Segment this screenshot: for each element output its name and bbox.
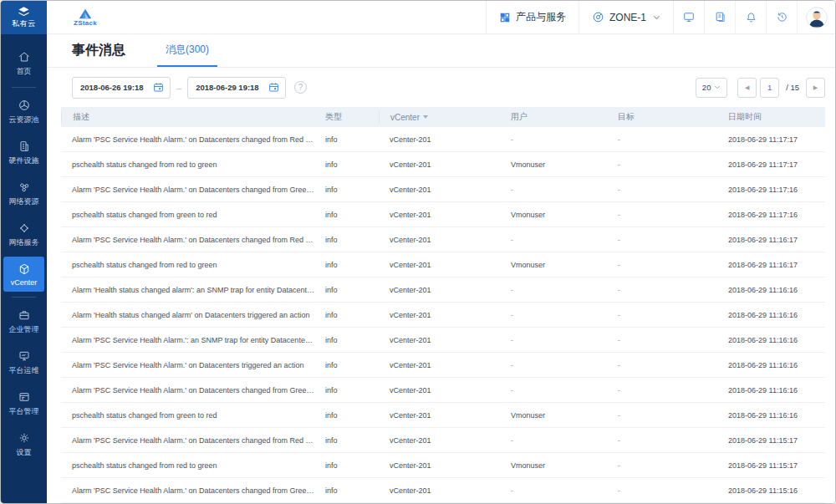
sidebar-item-cloud-pool[interactable]: 云资源池	[3, 93, 44, 130]
cell-description: Alarm 'PSC Service Health Alarm.' on Dat…	[61, 436, 314, 445]
cell-user: -	[500, 236, 607, 244]
cell-type: info	[314, 135, 379, 144]
table-row[interactable]: Alarm 'PSC Service Health Alarm.' on Dat…	[61, 177, 825, 202]
column-header-vcenter[interactable]: vCenter	[379, 111, 500, 123]
table-row[interactable]: Alarm 'PSC Service Health Alarm.' on Dat…	[61, 353, 825, 378]
cell-vcenter: vCenter-201	[379, 286, 500, 294]
total-pages-label: / 15	[786, 83, 799, 92]
table-row[interactable]: Alarm 'Health status changed alarm' on D…	[61, 303, 825, 328]
cell-type: info	[314, 311, 379, 319]
date-from-input[interactable]: 2018-06-26 19:18	[72, 77, 171, 99]
date-to-input[interactable]: 2018-06-29 19:18	[187, 77, 286, 99]
cell-datetime: 2018-06-29 11:16:16	[717, 411, 825, 420]
notifications-button[interactable]	[735, 1, 766, 33]
cell-description: Alarm 'PSC Service Health Alarm.' on Dat…	[61, 386, 314, 395]
current-page-input[interactable]: 1	[760, 78, 779, 98]
cell-vcenter: vCenter-201	[379, 236, 500, 244]
zstack-logo[interactable]: ZStack	[74, 8, 97, 27]
sidebar-item-vcenter[interactable]: vCenter	[3, 257, 44, 292]
cell-vcenter: vCenter-201	[379, 135, 500, 144]
products-services-menu[interactable]: 产品与服务	[486, 1, 579, 33]
sidebar-item-home[interactable]: 首页	[3, 44, 44, 82]
table-row[interactable]: Alarm 'PSC Service Health Alarm.': an SN…	[61, 328, 825, 353]
sidebar-item-settings[interactable]: 设置	[3, 425, 44, 463]
table-row[interactable]: pschealth status changed from green to r…	[61, 202, 825, 227]
tab-messages-label: 消息(300)	[166, 43, 209, 57]
next-page-button[interactable]: ▶	[806, 78, 825, 98]
cell-user: Vmonuser	[500, 160, 607, 169]
private-cloud-logo[interactable]: 私有云	[1, 1, 47, 34]
table-row[interactable]: Alarm 'PSC Service Health Alarm.' on Dat…	[61, 227, 825, 252]
settings-gear-icon	[18, 431, 31, 445]
cell-type: info	[314, 160, 379, 169]
cell-user: -	[500, 361, 607, 369]
header-actions: 产品与服务 ZONE-1	[486, 1, 835, 33]
cell-target: -	[607, 436, 717, 445]
sidebar-item-network-resource[interactable]: 网络资源	[3, 175, 44, 212]
table-row[interactable]: Alarm 'PSC Service Health Alarm.' on Dat…	[61, 428, 825, 453]
cell-datetime: 2018-06-29 11:17:17	[717, 160, 825, 169]
table-row[interactable]: Alarm 'PSC Service Health Alarm.' on Dat…	[61, 127, 825, 152]
cell-vcenter: vCenter-201	[379, 486, 500, 495]
table-row[interactable]: pschealth status changed from green to r…	[61, 403, 825, 428]
sidebar-item-platform-mgmt[interactable]: 平台管理	[3, 384, 44, 422]
logs-button[interactable]	[704, 1, 735, 33]
table-header-row: 描述 类型 vCenter 用户 目标 日期时间	[61, 107, 825, 127]
cell-type: info	[314, 236, 379, 244]
table-row[interactable]: Alarm 'PSC Service Health Alarm.' on Dat…	[61, 478, 825, 503]
table-row[interactable]: pschealth status changed from red to gre…	[61, 453, 825, 478]
column-header-type: 类型	[314, 111, 379, 123]
table-row[interactable]: pschealth status changed from red to gre…	[61, 252, 825, 277]
tab-messages[interactable]: 消息(300)	[157, 34, 217, 67]
cell-type: info	[314, 211, 379, 219]
cell-description: pschealth status changed from red to gre…	[61, 261, 314, 269]
layers-icon	[17, 6, 31, 17]
cell-user: -	[500, 486, 607, 495]
sidebar-item-hardware[interactable]: 硬件设施	[3, 134, 44, 171]
zone-selector[interactable]: ZONE-1	[579, 1, 673, 33]
cell-user: -	[500, 186, 607, 194]
cell-vcenter: vCenter-201	[379, 336, 500, 344]
sidebar-item-network-service[interactable]: 网络服务	[3, 216, 44, 253]
zone-icon	[592, 11, 604, 23]
top-header: ZStack 产品与服务	[47, 1, 835, 34]
date-filters: 2018-06-26 19:18 – 2018-06-29 19:18	[72, 77, 307, 99]
chevron-down-icon	[653, 15, 660, 20]
cell-user: -	[500, 286, 607, 294]
prev-page-button[interactable]: ◀	[737, 78, 757, 98]
sidebar-item-platform-ops[interactable]: 平台运维	[3, 344, 44, 381]
table-row[interactable]: Alarm 'PSC Service Health Alarm.' on Dat…	[61, 378, 825, 403]
history-button[interactable]	[766, 1, 797, 33]
main-area: ZStack 产品与服务	[47, 1, 835, 503]
cell-target: -	[607, 286, 717, 294]
cell-user: Vmonuser	[500, 411, 607, 420]
enterprise-icon	[18, 308, 31, 322]
calendar-icon	[268, 82, 279, 93]
cell-description: Alarm 'PSC Service Health Alarm.' on Dat…	[61, 486, 314, 495]
page-size-select[interactable]: 20	[696, 78, 727, 98]
sidebar-item-enterprise[interactable]: 企业管理	[3, 303, 44, 340]
page-size-value: 20	[702, 83, 711, 92]
cell-type: info	[314, 261, 379, 269]
table-row[interactable]: pschealth status changed from red to gre…	[61, 152, 825, 177]
cell-target: -	[607, 211, 717, 219]
cell-target: -	[607, 311, 717, 319]
events-table: 描述 类型 vCenter 用户 目标 日期时间 Alarm 'PSC Serv…	[61, 107, 825, 503]
hardware-icon	[18, 140, 31, 153]
cell-datetime: 2018-06-29 11:16:16	[717, 311, 825, 319]
console-button[interactable]	[673, 1, 704, 33]
cell-datetime: 2018-06-29 11:16:16	[717, 361, 825, 369]
user-menu[interactable]	[797, 1, 835, 33]
cell-description: pschealth status changed from green to r…	[61, 211, 314, 219]
cell-target: -	[607, 361, 717, 369]
cell-datetime: 2018-06-29 11:16:16	[717, 286, 825, 294]
user-avatar	[806, 7, 828, 28]
zstack-brand-text: ZStack	[74, 19, 97, 27]
cell-description: Alarm 'PSC Service Health Alarm.' on Dat…	[61, 135, 314, 144]
sidebar-divider	[12, 87, 36, 88]
cell-target: -	[607, 486, 717, 495]
help-icon[interactable]: ?	[294, 81, 307, 94]
cell-type: info	[314, 186, 379, 194]
date-to-value: 2018-06-29 19:18	[196, 83, 259, 92]
table-row[interactable]: Alarm 'Health status changed alarm': an …	[61, 277, 825, 303]
